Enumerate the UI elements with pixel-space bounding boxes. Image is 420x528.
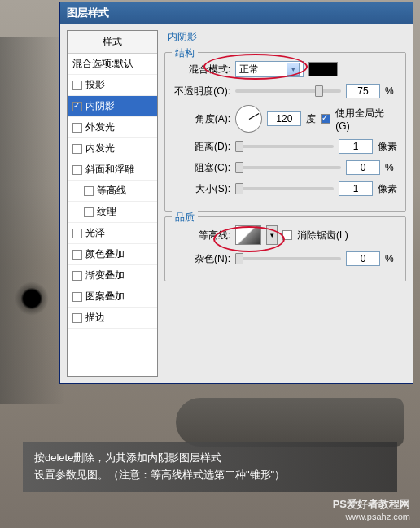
distance-row: 距离(D): 像素 xyxy=(173,139,397,154)
checkbox-icon[interactable] xyxy=(72,250,82,260)
main-panel: 内阴影 结构 混合模式: 正常 ▾ 不透明度(O): % xyxy=(164,30,406,377)
sidebar-item-outer-glow[interactable]: 外发光 xyxy=(68,117,157,138)
quality-legend: 品质 xyxy=(172,211,198,225)
car-bumper xyxy=(176,398,404,447)
sidebar-blend-options[interactable]: 混合选项:默认 xyxy=(68,54,157,75)
checkbox-icon[interactable] xyxy=(84,207,94,217)
distance-slider[interactable] xyxy=(235,145,334,148)
caption-line1: 按delete删除，为其添加内阴影图层样式 xyxy=(34,450,386,467)
choke-label: 阻塞(C): xyxy=(173,161,230,175)
checkbox-icon[interactable] xyxy=(72,165,82,175)
choke-slider[interactable] xyxy=(235,166,341,169)
quality-fieldset: 品质 等高线: ▾ 消除锯齿(L) 杂色(N): % xyxy=(164,216,406,281)
noise-label: 杂色(N): xyxy=(173,252,230,266)
chevron-down-icon: ▾ xyxy=(287,63,300,76)
choke-input[interactable] xyxy=(346,160,380,175)
global-light-label: 使用全局光(G) xyxy=(335,107,397,132)
bullet-hole-graphic xyxy=(15,281,49,316)
sidebar-item-satin[interactable]: 光泽 xyxy=(68,223,157,244)
styles-sidebar: 样式 混合选项:默认 投影 内阴影 外发光 内发光 斜面和浮雕 等高线 纹理 光… xyxy=(67,30,158,377)
sidebar-item-inner-glow[interactable]: 内发光 xyxy=(68,138,157,159)
structure-fieldset: 结构 混合模式: 正常 ▾ 不透明度(O): % 角度(A): xyxy=(164,52,406,212)
contour-dropdown-arrow[interactable]: ▾ xyxy=(266,225,278,245)
angle-dial[interactable] xyxy=(235,105,262,133)
checkbox-icon[interactable] xyxy=(72,144,82,154)
checkbox-icon[interactable] xyxy=(72,123,82,133)
sidebar-item-pattern-overlay[interactable]: 图案叠加 xyxy=(68,286,157,308)
noise-unit: % xyxy=(385,253,394,264)
car-body-trim xyxy=(0,37,65,404)
shadow-color-swatch[interactable] xyxy=(308,62,338,76)
opacity-label: 不透明度(O): xyxy=(173,85,230,98)
checkbox-icon[interactable] xyxy=(72,292,82,302)
size-input[interactable] xyxy=(339,181,373,196)
opacity-row: 不透明度(O): % xyxy=(173,84,397,98)
distance-unit: 像素 xyxy=(378,140,397,154)
sidebar-item-texture[interactable]: 纹理 xyxy=(68,202,157,223)
checkbox-icon[interactable] xyxy=(84,186,94,196)
global-light-checkbox[interactable] xyxy=(321,114,330,124)
blend-mode-dropdown[interactable]: 正常 ▾ xyxy=(235,61,304,77)
blend-mode-label: 混合模式: xyxy=(173,63,230,76)
size-slider[interactable] xyxy=(235,187,334,190)
sidebar-header[interactable]: 样式 xyxy=(68,31,157,54)
dialog-title: 图层样式 xyxy=(67,7,109,19)
sidebar-item-inner-shadow[interactable]: 内阴影 xyxy=(68,96,157,117)
angle-label: 角度(A): xyxy=(173,112,230,126)
sidebar-item-contour[interactable]: 等高线 xyxy=(68,181,157,202)
angle-input[interactable] xyxy=(267,111,301,126)
checkbox-icon[interactable] xyxy=(72,81,82,90)
size-label: 大小(S): xyxy=(173,182,230,196)
sidebar-item-bevel-emboss[interactable]: 斜面和浮雕 xyxy=(68,159,157,181)
structure-legend: 结构 xyxy=(172,46,198,60)
contour-label: 等高线: xyxy=(173,229,230,242)
section-title: 内阴影 xyxy=(164,30,406,44)
opacity-unit: % xyxy=(385,85,394,97)
size-row: 大小(S): 像素 xyxy=(173,181,397,196)
noise-slider[interactable] xyxy=(235,257,341,260)
choke-row: 阻塞(C): % xyxy=(173,160,397,175)
opacity-input[interactable] xyxy=(346,84,380,98)
angle-unit: 度 xyxy=(306,112,316,126)
angle-row: 角度(A): 度 使用全局光(G) xyxy=(173,105,397,133)
noise-input[interactable] xyxy=(346,251,380,266)
watermark: PS爱好者教程网 www.psahz.com xyxy=(333,497,410,521)
antialias-label: 消除锯齿(L) xyxy=(297,229,348,242)
layer-style-dialog: 图层样式 样式 混合选项:默认 投影 内阴影 外发光 内发光 斜面和浮雕 等高线… xyxy=(59,2,413,384)
choke-unit: % xyxy=(385,162,394,173)
caption-line2: 设置参数见图。（注意：等高线样式选第二种"锥形"） xyxy=(34,467,386,484)
checkbox-icon[interactable] xyxy=(72,102,82,111)
watermark-url: www.psahz.com xyxy=(333,512,410,521)
contour-row: 等高线: ▾ 消除锯齿(L) xyxy=(173,225,397,245)
size-unit: 像素 xyxy=(378,182,397,196)
checkbox-icon[interactable] xyxy=(72,313,82,323)
checkbox-icon[interactable] xyxy=(72,229,82,238)
contour-preview[interactable] xyxy=(235,225,261,245)
sidebar-item-drop-shadow[interactable]: 投影 xyxy=(68,75,157,96)
antialias-checkbox[interactable] xyxy=(282,230,292,240)
blend-mode-row: 混合模式: 正常 ▾ xyxy=(173,61,397,77)
sidebar-item-gradient-overlay[interactable]: 渐变叠加 xyxy=(68,265,157,286)
distance-label: 距离(D): xyxy=(173,140,230,154)
caption-bar: 按delete删除，为其添加内阴影图层样式 设置参数见图。（注意：等高线样式选第… xyxy=(23,442,397,492)
checkbox-icon[interactable] xyxy=(72,271,82,281)
watermark-title: PS爱好者教程网 xyxy=(333,497,410,512)
dialog-titlebar[interactable]: 图层样式 xyxy=(60,2,413,24)
sidebar-item-color-overlay[interactable]: 颜色叠加 xyxy=(68,244,157,265)
sidebar-item-stroke[interactable]: 描边 xyxy=(68,308,157,329)
distance-input[interactable] xyxy=(339,139,373,154)
noise-row: 杂色(N): % xyxy=(173,251,397,266)
opacity-slider[interactable] xyxy=(235,89,341,93)
dialog-body: 样式 混合选项:默认 投影 内阴影 外发光 内发光 斜面和浮雕 等高线 纹理 光… xyxy=(60,24,413,383)
